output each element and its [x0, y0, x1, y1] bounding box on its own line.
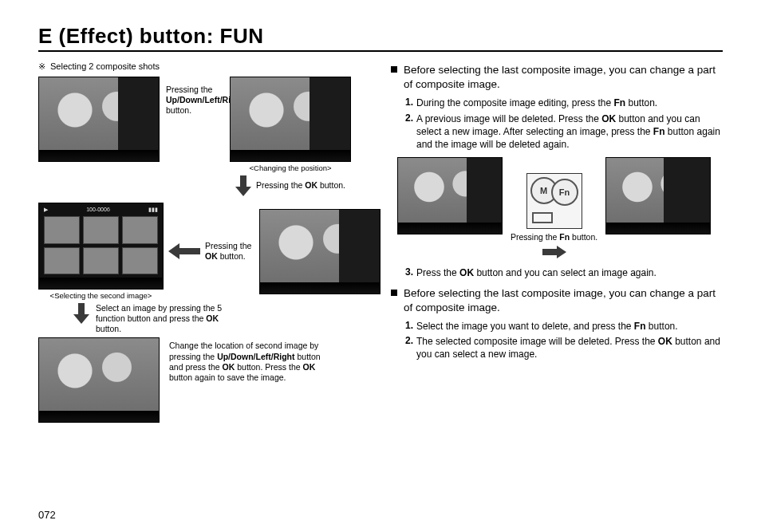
press-ok-note-2: Pressing the OK button.: [205, 241, 253, 262]
thumb-left-1: [38, 77, 160, 162]
subheading-text: Selecting 2 composite shots: [50, 61, 160, 71]
arrow-left-icon: [168, 243, 200, 259]
steps-list-2: 1.Select the image you want to delete, a…: [405, 320, 723, 361]
fn-connector: M Fn Pressing the Fn button.: [511, 173, 597, 258]
press-udlr-note: Pressing the Up/Down/Left/Right button.: [160, 77, 230, 116]
step-2-1: 1.Select the image you want to delete, a…: [405, 320, 723, 333]
composite-preview-r1: [397, 157, 503, 234]
arrow-down-icon: [235, 175, 251, 196]
step-1-1: 1.During the composite image editing, pr…: [405, 97, 723, 109]
thumb-right-1: <Changing the position> Pressing the OK …: [230, 77, 351, 196]
page-title: E (Effect) button: FUN: [38, 24, 723, 49]
grid-selector-block: ▶ 100-0006 ▮▮▮ <Selecting the second ima…: [38, 203, 164, 300]
composite-preview-3: [259, 209, 380, 294]
battery-icon: ▮▮▮: [147, 207, 160, 213]
asterisk-icon: ※: [38, 61, 45, 71]
image-grid-selector: ▶ 100-0006 ▮▮▮: [38, 203, 164, 290]
fn-button-icon: Fn: [551, 179, 578, 206]
arrow-down-icon: [73, 303, 89, 324]
section-head-1-text: Before selecting the last composite imag…: [404, 63, 723, 92]
down-arrow-group-1: Pressing the OK button.: [235, 175, 345, 196]
right-column: Before selecting the last composite imag…: [391, 58, 723, 423]
page-number: 072: [38, 509, 56, 521]
changing-position-caption: <Changing the position>: [250, 164, 332, 172]
svg-marker-1: [168, 243, 200, 259]
composite-preview-1: [38, 77, 160, 162]
manual-page: E (Effect) button: FUN ※Selecting 2 comp…: [0, 0, 761, 532]
subheading: ※Selecting 2 composite shots: [38, 61, 365, 72]
left-arrow-group: [168, 243, 200, 259]
step-1-2: 2.A previous image will be deleted. Pres…: [405, 112, 723, 152]
composite-preview-2: [230, 77, 351, 162]
change-location-note: Change the location of second image by p…: [169, 337, 329, 383]
flow-row-1: Pressing the Up/Down/Left/Right button. …: [38, 77, 365, 196]
svg-marker-2: [73, 303, 89, 324]
press-ok-note-1: Pressing the OK button.: [256, 180, 345, 191]
left-column: ※Selecting 2 composite shots Pressing th…: [38, 58, 365, 423]
composite-preview-r2: [605, 157, 711, 234]
select-second-caption: <Selecting the second image>: [50, 291, 152, 300]
fn-illustration-row: M Fn Pressing the Fn button.: [397, 157, 723, 258]
step-2-2: 2.The selected composite image will be d…: [405, 335, 723, 361]
flow-row-2: ▶ 100-0006 ▮▮▮ <Selecting the second ima…: [38, 203, 365, 300]
square-bullet-icon: [391, 66, 397, 73]
svg-marker-3: [542, 246, 566, 258]
image-counter: 100-0006: [85, 207, 112, 212]
title-rule: [38, 50, 723, 52]
steps-list-1: 1.During the composite image editing, pr…: [405, 97, 723, 151]
press-fn-note: Pressing the Fn button.: [511, 232, 597, 242]
thumb-with-ok-note: Pressing the OK button.: [205, 209, 380, 294]
image-grid: [44, 216, 158, 274]
select-5-note: Select an image by pressing the 5 functi…: [96, 303, 239, 334]
flow-row-3: Change the location of second image by p…: [38, 337, 365, 423]
down-arrow-group-2: Select an image by pressing the 5 functi…: [73, 303, 365, 334]
section-head-2: Before selecting the last composite imag…: [391, 286, 723, 315]
svg-marker-0: [235, 175, 251, 196]
section-head-2-text: Before selecting the last composite imag…: [404, 286, 723, 315]
arrow-right-icon: [542, 246, 566, 258]
camera-buttons-diagram: M Fn: [526, 173, 582, 229]
button-bar-icon: [532, 212, 553, 223]
composite-preview-final: [38, 337, 160, 423]
steps-list-1b: 3.Press the OK button and you can select…: [405, 266, 723, 279]
play-icon: ▶: [42, 207, 49, 213]
section-head-1: Before selecting the last composite imag…: [391, 63, 723, 92]
step-1-3: 3.Press the OK button and you can select…: [405, 266, 723, 279]
square-bullet-icon: [391, 290, 397, 296]
